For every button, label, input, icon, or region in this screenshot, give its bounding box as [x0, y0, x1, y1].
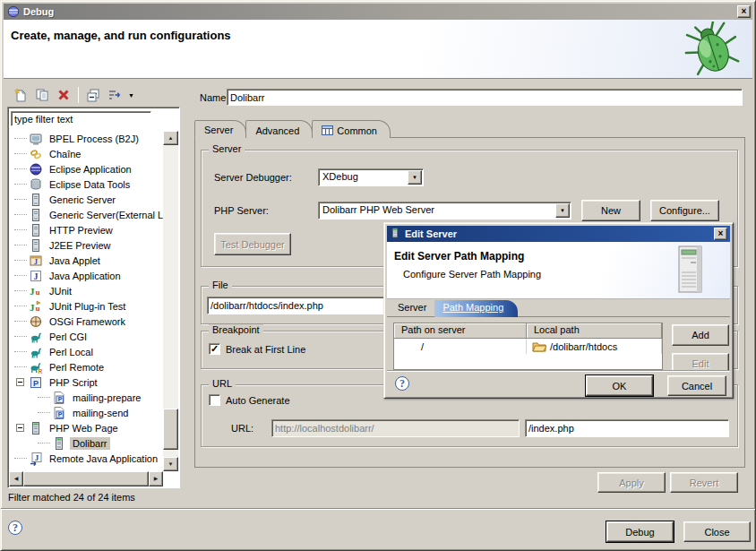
- server-green-icon: [52, 436, 66, 451]
- dialog-help-icon[interactable]: ?: [395, 376, 409, 391]
- tree-item-junit-plug-in-test[interactable]: JuJUnit Plug-in Test: [9, 298, 163, 314]
- url-path-input[interactable]: [525, 419, 729, 437]
- path-mapping-table[interactable]: Path on server Local path / /dolibarr/ht…: [393, 323, 663, 370]
- break-first-line-checkbox[interactable]: ✓: [209, 343, 220, 355]
- tree-item-osgi-framework[interactable]: OSGi Framework: [9, 314, 163, 329]
- tree-item-label: mailing-prepare: [70, 392, 143, 404]
- table-row[interactable]: / /dolibarr/htdocs: [394, 339, 662, 354]
- tree-item-perl-remote[interactable]: RPerl Remote: [9, 359, 163, 375]
- cancel-button[interactable]: Cancel: [667, 375, 726, 396]
- path-on-server-cell: /: [394, 339, 527, 354]
- tree-guide: [14, 245, 27, 245]
- column-path-on-server[interactable]: Path on server: [394, 323, 527, 339]
- tree-item-eclipse-data-tools[interactable]: Eclipse Data Tools: [9, 176, 163, 192]
- ok-button[interactable]: OK: [586, 375, 653, 396]
- tree-guide: [14, 260, 27, 261]
- tree-item-perl-local[interactable]: Perl Local: [9, 344, 163, 359]
- collapse-all-icon[interactable]: [82, 85, 104, 105]
- svg-text:J: J: [34, 258, 38, 266]
- new-config-icon[interactable]: [10, 85, 31, 105]
- window-titlebar[interactable]: Debug ×: [4, 4, 752, 20]
- window-close-button[interactable]: ×: [737, 5, 751, 18]
- tree-item-mailing-send[interactable]: Pmailing-send: [9, 405, 163, 420]
- scroll-right-icon[interactable]: ▶: [149, 471, 163, 486]
- filter-input[interactable]: [11, 111, 151, 126]
- dialog-close-button[interactable]: ×: [714, 228, 727, 240]
- remote-java-icon: J: [29, 452, 43, 466]
- tab-server[interactable]: Server: [194, 120, 246, 138]
- tree-item-php-script[interactable]: PPHP Script: [9, 375, 163, 390]
- tree-guide: [14, 275, 27, 276]
- tab-server-settings[interactable]: Server: [390, 300, 434, 317]
- auto-generate-checkbox[interactable]: [209, 394, 220, 406]
- name-input[interactable]: [227, 89, 743, 106]
- tree-item-generic-server-external-la[interactable]: Generic Server(External La: [9, 207, 163, 222]
- help-icon[interactable]: ?: [8, 521, 22, 535]
- tree-item-label: OSGi Framework: [47, 315, 128, 328]
- tree-item-http-preview[interactable]: HTTP Preview: [9, 222, 163, 237]
- tree-horizontal-scrollbar[interactable]: ◀ ▶: [9, 471, 163, 486]
- tree-item-generic-server[interactable]: Generic Server: [9, 192, 163, 207]
- configure-server-button[interactable]: Configure...: [650, 200, 719, 221]
- scroll-down-icon[interactable]: ▼: [163, 457, 178, 471]
- junit-icon: Ju: [29, 284, 43, 298]
- svg-text:u: u: [36, 288, 40, 297]
- collapse-expander-icon[interactable]: [16, 378, 24, 386]
- tree-item-label: Java Applet: [47, 254, 103, 267]
- svg-text:P: P: [33, 378, 39, 387]
- horizontal-scroll-thumb[interactable]: [23, 471, 149, 486]
- add-mapping-button[interactable]: Add: [672, 324, 729, 346]
- tree-guide: [14, 351, 27, 352]
- tree-item-junit[interactable]: JuJUnit: [9, 283, 163, 298]
- server-tower-icon: [674, 245, 707, 294]
- dialog-titlebar[interactable]: Edit Server ×: [387, 226, 730, 242]
- php-server-select[interactable]: Dolibarr PHP Web Server ▼: [318, 202, 571, 220]
- tree-item-cha-ne[interactable]: Chaîne: [9, 146, 163, 161]
- edit-mapping-button[interactable]: Edit: [672, 353, 729, 370]
- vertical-scroll-thumb[interactable]: [163, 409, 178, 450]
- tree-item-remote-java-application[interactable]: JRemote Java Application: [9, 451, 163, 466]
- chevron-down-icon[interactable]: ▼: [408, 170, 422, 185]
- server-debugger-label: Server Debugger:: [214, 172, 292, 183]
- tree-guide: [14, 153, 27, 154]
- test-debugger-button[interactable]: Test Debugger: [214, 233, 291, 255]
- close-button[interactable]: Close: [683, 521, 751, 542]
- toolbar-separator: [78, 87, 79, 103]
- collapse-expander-icon[interactable]: [16, 424, 24, 432]
- tree-item-perl-cgi[interactable]: Perl CGI: [9, 329, 163, 344]
- menu-dropdown-icon[interactable]: ▼: [125, 92, 137, 99]
- tree-item-label: Perl CGI: [47, 331, 90, 343]
- svg-text:J: J: [30, 302, 35, 313]
- tab-path-mapping[interactable]: Path Mapping: [434, 300, 518, 317]
- php-icon: P: [29, 375, 43, 390]
- tree-item-php-web-page[interactable]: PHP Web Page: [9, 420, 163, 435]
- server-debugger-select[interactable]: XDebug ▼: [318, 168, 424, 186]
- apply-button[interactable]: Apply: [597, 472, 666, 493]
- url-group-title: URL: [209, 378, 236, 389]
- tree-vertical-scrollbar[interactable]: ▲ ▼: [163, 131, 178, 471]
- tree-item-dolibarr[interactable]: Dolibarr: [9, 435, 163, 451]
- tree-item-eclipse-application[interactable]: Eclipse Application: [9, 161, 163, 176]
- tree-item-java-application[interactable]: JJava Application: [9, 268, 163, 283]
- bpel-icon: [29, 132, 43, 146]
- debug-button[interactable]: Debug: [606, 521, 674, 542]
- tree-item-j2ee-preview[interactable]: J2EE Preview: [9, 237, 163, 253]
- auto-generate-label: Auto Generate: [226, 395, 290, 406]
- chevron-down-icon[interactable]: ▼: [555, 203, 570, 218]
- revert-button[interactable]: Revert: [670, 472, 738, 493]
- banner: Create, manage, and run configurations: [4, 20, 752, 79]
- tab-common[interactable]: Common: [312, 120, 391, 138]
- delete-icon[interactable]: [53, 85, 74, 105]
- scroll-up-icon[interactable]: ▲: [163, 131, 178, 145]
- tree-item-mailing-prepare[interactable]: Pmailing-prepare: [9, 390, 163, 405]
- url-base-input[interactable]: [271, 419, 520, 437]
- tree-item-label: Perl Local: [47, 346, 96, 358]
- new-server-button[interactable]: New: [581, 200, 640, 221]
- column-local-path[interactable]: Local path: [527, 323, 662, 339]
- tree-item-bpel-process-b2j-[interactable]: BPEL Process (B2J): [9, 131, 163, 146]
- scroll-left-icon[interactable]: ◀: [9, 471, 23, 486]
- tab-advanced[interactable]: Advanced: [245, 120, 313, 138]
- tree-item-java-applet[interactable]: JJava Applet: [9, 253, 163, 268]
- duplicate-icon[interactable]: [31, 85, 53, 105]
- filter-icon[interactable]: [104, 85, 125, 105]
